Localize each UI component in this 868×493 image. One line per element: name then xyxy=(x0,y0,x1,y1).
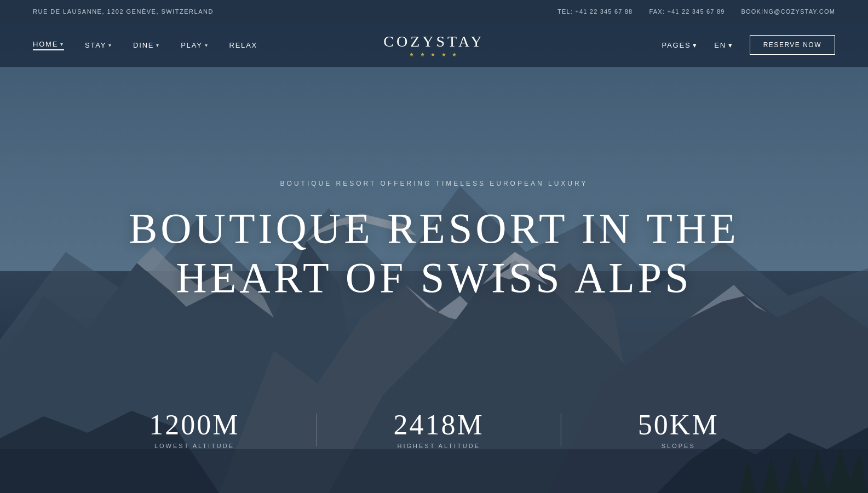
nav-pages[interactable]: Pages ▾ xyxy=(662,41,698,49)
tel-info: Tel: +41 22 345 67 88 xyxy=(557,8,633,15)
hero-title-line1: Boutique Resort in the xyxy=(129,204,739,252)
chevron-down-icon: ▾ xyxy=(693,41,698,49)
nav-right: Pages ▾ EN ▾ Reserve Now xyxy=(662,35,835,55)
hero-content: Boutique Resort Offering Timeless Europe… xyxy=(0,0,868,493)
nav-item-home[interactable]: Home ▾ xyxy=(33,40,64,50)
chevron-down-icon: ▾ xyxy=(156,42,160,48)
nav-item-stay[interactable]: Stay ▾ xyxy=(85,41,112,49)
logo[interactable]: COZYSTAY ★ ★ ★ ★ ★ xyxy=(383,33,485,58)
chevron-down-icon: ▾ xyxy=(108,42,112,48)
reserve-now-button[interactable]: Reserve Now xyxy=(750,35,835,55)
navbar: Home ▾ Stay ▾ Dine ▾ Play ▾ Relax COZYST… xyxy=(0,23,868,67)
nav-item-dine[interactable]: Dine ▾ xyxy=(133,41,160,49)
hero-title: Boutique Resort in the Heart of Swiss Al… xyxy=(129,204,739,302)
chevron-down-icon: ▾ xyxy=(728,41,733,49)
address: Rue de Lausanne, 1202 Genève, Switzerlan… xyxy=(33,8,214,15)
hero-title-line2: Heart of Swiss Alps xyxy=(176,254,692,301)
fax-value: +41 22 345 67 89 xyxy=(667,8,725,15)
chevron-down-icon: ▾ xyxy=(205,42,209,48)
chevron-down-icon: ▾ xyxy=(60,41,64,47)
contact-info: Tel: +41 22 345 67 88 Fax: +41 22 345 67… xyxy=(557,8,835,15)
nav-left: Home ▾ Stay ▾ Dine ▾ Play ▾ Relax xyxy=(33,40,257,50)
nav-lang[interactable]: EN ▾ xyxy=(714,41,733,49)
logo-stars: ★ ★ ★ ★ ★ xyxy=(383,51,485,58)
fax-info: Fax: +41 22 345 67 89 xyxy=(649,8,725,15)
top-bar: Rue de Lausanne, 1202 Genève, Switzerlan… xyxy=(0,0,868,23)
nav-item-play[interactable]: Play ▾ xyxy=(181,41,208,49)
fax-label: Fax: xyxy=(649,8,665,15)
nav-item-relax[interactable]: Relax xyxy=(229,41,257,49)
email-info[interactable]: booking@cozystay.com xyxy=(741,8,835,15)
hero-section: Boutique Resort Offering Timeless Europe… xyxy=(0,0,868,493)
hero-subtitle: Boutique Resort Offering Timeless Europe… xyxy=(280,180,588,187)
tel-value: +41 22 345 67 88 xyxy=(575,8,633,15)
tel-label: Tel: xyxy=(557,8,573,15)
logo-text: COZYSTAY xyxy=(383,33,485,50)
